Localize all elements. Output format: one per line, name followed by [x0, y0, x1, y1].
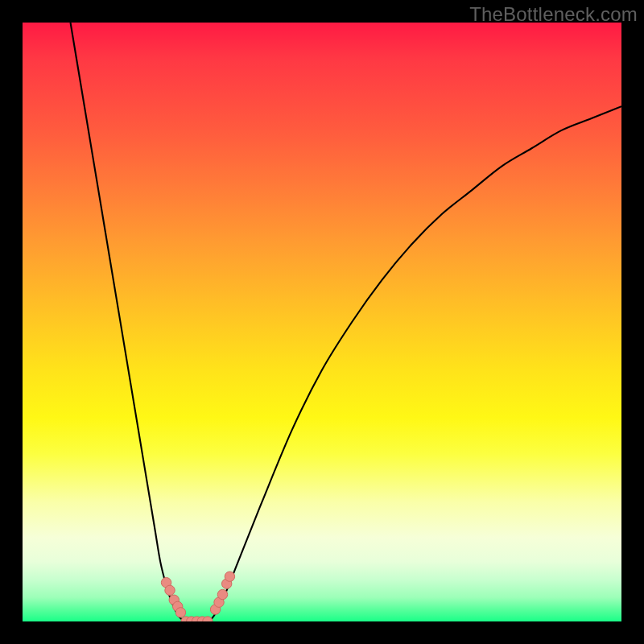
watermark-text: TheBottleneck.com — [469, 3, 638, 26]
chart-plot-area — [23, 23, 621, 621]
chart-markers-svg — [23, 23, 621, 621]
data-marker — [175, 608, 185, 617]
data-markers — [161, 572, 234, 621]
data-marker — [225, 572, 234, 581]
data-marker — [217, 589, 227, 599]
data-marker — [165, 585, 175, 595]
